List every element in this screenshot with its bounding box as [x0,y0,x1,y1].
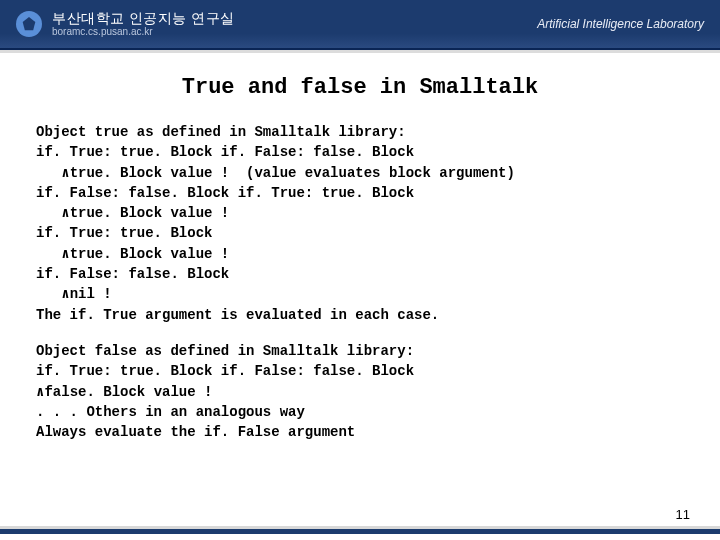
header-title-group: 부산대학교 인공지능 연구실 boramc.cs.pusan.ac.kr [52,11,235,37]
page-number: 11 [676,507,690,522]
header-right-label: Artificial Intelligence Laboratory [537,17,704,31]
code-block-false: Object false as defined in Smalltalk lib… [36,341,684,442]
logo-inner-shape [22,17,36,31]
header-title: 부산대학교 인공지능 연구실 [52,11,235,26]
header-bar: 부산대학교 인공지능 연구실 boramc.cs.pusan.ac.kr Art… [0,0,720,50]
footer-bar [0,526,720,534]
header-subtitle: boramc.cs.pusan.ac.kr [52,26,235,37]
logo-icon [16,11,42,37]
slide-title: True and false in Smalltalk [36,75,684,100]
code-block-true: Object true as defined in Smalltalk libr… [36,122,684,325]
slide-content: True and false in Smalltalk Object true … [0,53,720,442]
header-left: 부산대학교 인공지능 연구실 boramc.cs.pusan.ac.kr [16,11,235,37]
